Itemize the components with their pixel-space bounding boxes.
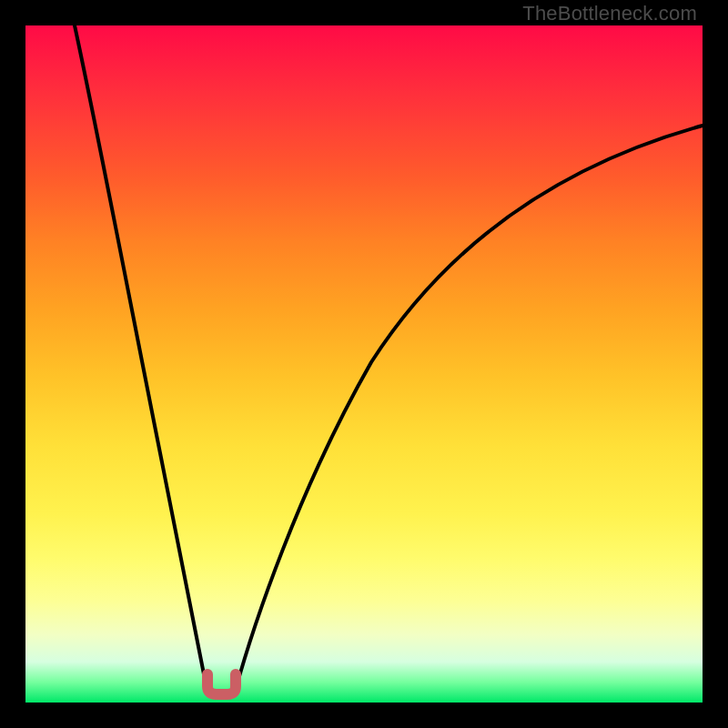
watermark-text: TheBottleneck.com <box>522 2 697 25</box>
outer-frame: TheBottleneck.com <box>0 0 728 728</box>
curve-left-branch <box>75 25 207 693</box>
curve-overlay <box>25 25 703 703</box>
valley-marker <box>207 674 236 694</box>
curve-right-branch <box>235 126 703 693</box>
